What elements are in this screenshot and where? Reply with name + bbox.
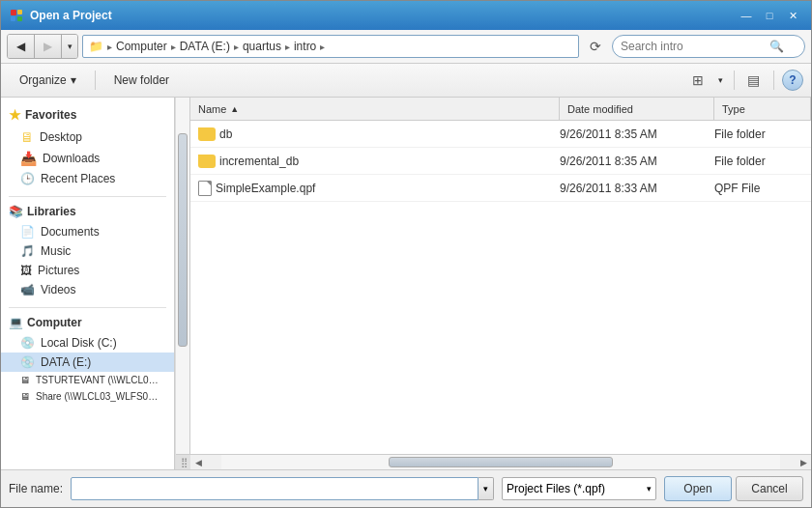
data-e-label: DATA (E:) [41,355,91,369]
file-cell-name-incremental: incremental_db [194,155,556,168]
main-content: ★ Favorites 🖥 Desktop 📥 Downloads 🕒 Rece… [1,98,811,469]
videos-icon: 📹 [20,283,35,296]
libraries-label: Libraries [27,205,76,218]
hscroll-track [221,455,780,469]
organize-button[interactable]: Organize ▾ [9,68,87,93]
col-header-name[interactable]: Name ▲ [190,98,560,120]
help-button[interactable]: ? [782,70,803,91]
svg-rect-2 [11,16,15,21]
toolbar-separator-2 [734,71,735,90]
sidebar-item-local-disk[interactable]: 💿 Local Disk (C:) [1,333,174,353]
sidebar-item-network1[interactable]: 🖥 TSTURTEVANT (\\WLCL03_WLFS01_SERVER\WL… [1,372,174,388]
file-cell-type-db: File folder [710,127,807,141]
libraries-icon: 📚 [9,205,23,218]
favorites-label: Favorites [25,108,76,122]
address-bar: ◀ ▶ ▾ 📁 ▸ Computer ▸ DATA (E:) ▸ quartus… [1,30,811,64]
recent-places-icon: 🕒 [20,172,35,185]
scrollbar-thumb[interactable] [178,133,188,347]
new-folder-button[interactable]: New folder [103,68,180,93]
file-cell-date-db: 9/26/2011 8:35 AM [556,127,710,141]
file-cell-date-incremental: 9/26/2011 8:35 AM [556,155,710,168]
scrollbar-track [176,98,189,454]
filename-dropdown-button[interactable]: ▾ [478,477,494,500]
local-disk-icon: 💿 [20,336,35,350]
folder-icon-db [198,127,216,141]
sidebar-item-network2[interactable]: 🖥 Share (\\WLCL03_WLFS03_SERVER\WLFS03) … [1,388,174,405]
sidebar-item-recent-places[interactable]: 🕒 Recent Places [1,169,174,188]
sidebar-item-videos[interactable]: 📹 Videos [1,280,174,299]
filename-label: File name: [9,482,63,495]
maximize-button[interactable]: □ [759,6,780,25]
file-cell-type-incremental: File folder [710,155,807,168]
libraries-header[interactable]: 📚 Libraries [1,201,174,222]
back-button[interactable]: ◀ [8,35,35,58]
action-buttons: Open Cancel [664,476,803,501]
sidebar-item-music[interactable]: 🎵 Music [1,241,174,261]
col-header-date[interactable]: Date modified [560,98,714,120]
qpf-icon [198,181,212,196]
downloads-label: Downloads [43,152,100,165]
sidebar-item-data-e[interactable]: 💿 DATA (E:) [1,353,174,372]
computer-label: Computer [27,316,82,329]
svg-rect-3 [17,16,22,21]
favorites-header[interactable]: ★ Favorites [1,103,174,127]
network1-icon: 🖥 [20,375,30,385]
toolbar-separator-1 [95,71,96,90]
open-button[interactable]: Open [664,476,732,501]
filetype-label: Project Files (*.qpf) [507,482,605,495]
close-button[interactable]: ✕ [782,6,803,25]
view-list-button[interactable]: ⊞ [685,69,710,92]
cancel-button[interactable]: Cancel [736,476,803,501]
sort-arrow-icon: ▲ [230,104,239,114]
documents-label: Documents [41,225,100,239]
data-e-icon: 💿 [20,355,35,369]
file-row-db[interactable]: db 9/26/2011 8:35 AM File folder [190,121,811,148]
col-header-type[interactable]: Type [714,98,811,120]
svg-rect-1 [17,10,22,14]
hscroll-left-arrow[interactable]: ◀ [190,455,206,469]
toolbar-separator-3 [773,71,774,90]
organize-arrow: ▾ [71,73,76,87]
computer-header[interactable]: 💻 Computer [1,312,174,333]
path-part-3: quartus [243,40,281,53]
window-controls: — □ ✕ [736,6,803,25]
search-input[interactable] [621,40,766,53]
folder-icon-incremental [198,155,216,168]
filetype-select[interactable]: Project Files (*.qpf) ▾ [502,477,656,500]
bottom-bar: File name: ▾ Project Files (*.qpf) ▾ Ope… [1,469,811,507]
file-cell-name-qpf: SimpleExample.qpf [194,181,556,196]
sidebar-item-documents[interactable]: 📄 Documents [1,222,174,241]
sidebar-item-desktop[interactable]: 🖥 Desktop [1,127,174,148]
local-disk-label: Local Disk (C:) [41,336,117,350]
minimize-button[interactable]: — [736,6,757,25]
sidebar-item-downloads[interactable]: 📥 Downloads [1,148,174,169]
view-dropdown-button[interactable]: ▾ [712,69,728,92]
filename-field-group: ▾ [71,477,494,500]
network2-icon: 🖥 [20,391,30,402]
file-row-incremental[interactable]: incremental_db 9/26/2011 8:35 AM File fo… [190,148,811,175]
address-path[interactable]: 📁 ▸ Computer ▸ DATA (E:) ▸ quartus ▸ int… [82,35,579,58]
path-arrow-2: ▸ [171,42,176,52]
file-cell-name-db: db [194,127,556,141]
computer-section: 💻 Computer 💿 Local Disk (C:) 💿 DATA (E:)… [1,312,174,405]
file-name-db: db [219,127,232,141]
view-buttons: ⊞ ▾ ▤ [685,69,766,92]
recent-locations-button[interactable]: ▾ [62,35,77,58]
horizontal-scrollbar[interactable]: ◀ ▶ [190,454,811,469]
hscroll-thumb[interactable] [389,457,612,467]
preview-button[interactable]: ▤ [740,69,766,92]
pictures-icon: 🖼 [20,264,32,277]
sidebar-item-pictures[interactable]: 🖼 Pictures [1,261,174,280]
desktop-label: Desktop [40,130,82,144]
search-box[interactable]: 🔍 [612,35,805,58]
filename-input[interactable] [71,477,478,500]
hscroll-right-arrow[interactable]: ▶ [796,455,811,469]
resize-handle[interactable]: ⣿ [176,454,191,469]
forward-button[interactable]: ▶ [35,35,62,58]
sidebar-scrollbar[interactable]: ⣿ [175,98,190,469]
refresh-button[interactable]: ⟳ [583,35,608,58]
downloads-icon: 📥 [20,151,37,166]
file-row-qpf[interactable]: SimpleExample.qpf 9/26/2011 8:33 AM QPF … [190,175,811,202]
app-icon [9,8,24,23]
path-part-1: Computer [116,40,167,53]
